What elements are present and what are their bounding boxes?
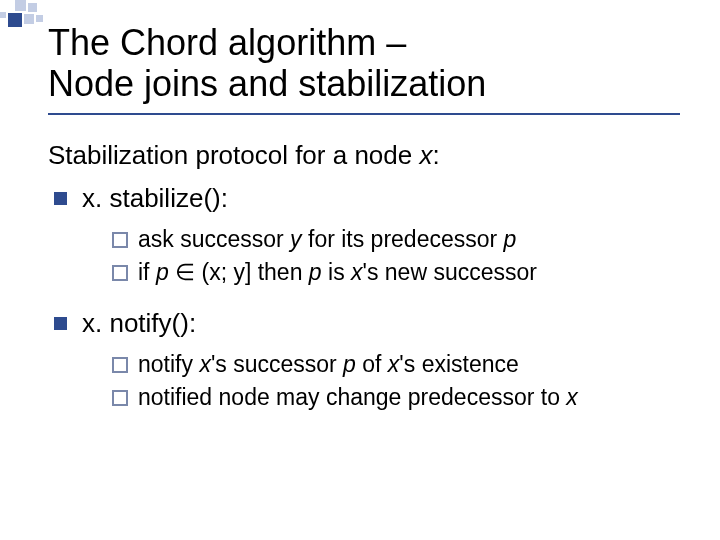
slide-content: The Chord algorithm – Node joins and sta… bbox=[0, 0, 720, 413]
notify-item-1: notified node may change predecessor to … bbox=[112, 382, 680, 413]
stabilize-sublist: ask successor y for its predecessor p if… bbox=[112, 224, 680, 288]
bullet-stabilize-label: x. stabilize(): bbox=[82, 183, 228, 213]
corner-decoration bbox=[0, 0, 52, 32]
title-line-1: The Chord algorithm – bbox=[48, 22, 406, 63]
stab-item-0: ask successor y for its predecessor p bbox=[112, 224, 680, 255]
title-line-2: Node joins and stabilization bbox=[48, 63, 486, 104]
bullet-list: x. stabilize(): ask successor y for its … bbox=[54, 181, 680, 413]
bullet-notify-label: x. notify(): bbox=[82, 308, 196, 338]
bullet-notify: x. notify(): notify x's successor p of x… bbox=[54, 306, 680, 413]
notify-sublist: notify x's successor p of x's existence … bbox=[112, 349, 680, 413]
notify-item-0: notify x's successor p of x's existence bbox=[112, 349, 680, 380]
stab-item-1: if p ∈ (x; y] then p is x's new successo… bbox=[112, 257, 680, 288]
lead-text: Stabilization protocol for a node x: bbox=[48, 139, 680, 173]
bullet-stabilize: x. stabilize(): ask successor y for its … bbox=[54, 181, 680, 288]
slide-title: The Chord algorithm – Node joins and sta… bbox=[48, 22, 680, 115]
